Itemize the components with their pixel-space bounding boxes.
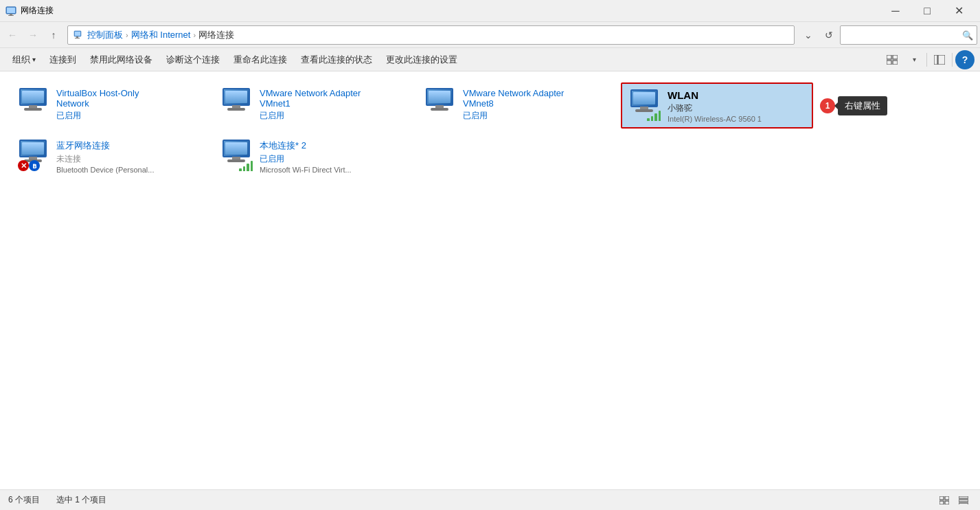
address-bar: ← → ↑ 控制面板 › 网络和 Internet › 网络连接 ⌄ ↺ 🔍 [0,22,980,48]
wlan-icon [628,88,661,121]
bluetooth-status: 未连接 [56,153,198,165]
selected-count: 选中 1 个项目 [56,494,106,506]
svg-rect-3 [8,15,14,16]
local2-adapter: Microsoft Wi-Fi Direct Virt... [260,166,401,174]
svg-rect-18 [959,496,968,498]
toolbar-view-dropdown[interactable]: ▾ [904,50,924,69]
svg-rect-2 [10,14,12,15]
network-item-wlan[interactable]: WLAN 小骆驼 Intel(R) Wireless-AC 9560 1 1 右… [621,82,813,129]
title-bar-icon [5,5,16,16]
organize-dropdown-icon: ▾ [32,56,36,63]
bluetooth-name: 蓝牙网络连接 [56,140,198,152]
title-bar-controls: ─ □ ✕ [880,0,975,22]
network-item-vmnet1[interactable]: VMware Network AdapterVMnet1 已启用 [214,82,407,129]
maximize-button[interactable]: □ [911,0,943,22]
svg-rect-17 [945,501,949,505]
wlan-ssid: 小骆驼 [668,102,806,114]
svg-rect-10 [887,60,891,65]
svg-rect-6 [76,36,78,38]
svg-rect-15 [945,496,949,500]
status-view-grid[interactable] [936,493,953,508]
local2-icon [220,138,253,171]
local2-name: 本地连接* 2 [260,140,401,152]
organize-label: 组织 [12,54,30,66]
dropdown-button[interactable]: ⌄ [799,25,818,45]
toolbar-pane-button[interactable] [930,50,949,69]
search-wrapper: 🔍 [840,25,977,45]
status-label: 查看此连接的状态 [301,54,372,66]
svg-rect-7 [75,38,80,38]
svg-rect-20 [959,503,968,505]
bt-icon: ʙ [29,160,40,171]
toolbar-diagnose-button[interactable]: 诊断这个连接 [159,50,227,69]
vmnet8-icon [423,87,456,120]
minimize-button[interactable]: ─ [880,0,911,22]
vmnet1-status: 已启用 [260,110,401,122]
network-item-virtualbox[interactable]: VirtualBox Host-OnlyNetwork 已启用 [11,82,203,129]
svg-rect-9 [893,55,898,59]
wlan-name: WLAN [668,89,806,101]
toolbar-organize-button[interactable]: 组织 ▾ [5,50,43,69]
toolbar-rename-button[interactable]: 重命名此连接 [227,50,294,69]
breadcrumb-part2[interactable]: 网络和 Internet [131,29,191,41]
breadcrumb-sep1: › [126,31,128,39]
tooltip-arrow [834,102,838,109]
wlan-adapter: Intel(R) Wireless-AC 9560 1 [668,115,806,123]
toolbar-connect-button[interactable]: 连接到 [43,50,83,69]
bluetooth-info: 蓝牙网络连接 未连接 Bluetooth Device (Personal... [56,138,198,174]
window-title: 网络连接 [21,5,880,16]
toolbar-properties-button[interactable]: 更改此连接的设置 [379,50,464,69]
step-badge: 1 [820,98,835,113]
up-button[interactable]: ↑ [44,25,63,45]
svg-rect-16 [939,501,944,505]
search-icon: 🔍 [962,30,973,40]
vmnet8-status: 已启用 [463,110,604,122]
network-item-bluetooth[interactable]: ✕ ʙ 蓝牙网络连接 未连接 Bluetooth Device (Persona… [11,134,203,178]
status-view-list[interactable] [955,493,972,508]
help-button[interactable]: ? [955,50,975,69]
vmnet1-icon [220,87,253,120]
wlan-info: WLAN 小骆驼 Intel(R) Wireless-AC 9560 1 [668,88,806,123]
local2-status: 已启用 [260,153,401,165]
properties-label: 更改此连接的设置 [386,54,457,66]
toolbar-status-button[interactable]: 查看此连接的状态 [294,50,379,69]
virtualbox-icon [16,87,49,120]
toolbar-sep2 [952,53,953,67]
vmnet1-info: VMware Network AdapterVMnet1 已启用 [260,87,401,122]
svg-rect-12 [934,55,937,65]
forward-button[interactable]: → [23,25,43,45]
svg-rect-5 [75,32,80,36]
vmnet1-name: VMware Network AdapterVMnet1 [260,88,401,109]
breadcrumb-sep2: › [193,31,196,39]
annotation-label: 右键属性 [845,100,880,111]
annotation-tooltip: 右键属性 [838,96,887,115]
toolbar-view-button[interactable] [882,50,902,69]
breadcrumb: 控制面板 › 网络和 Internet › 网络连接 [67,25,795,45]
diagnose-label: 诊断这个连接 [166,54,220,66]
disable-label: 禁用此网络设备 [90,54,152,66]
breadcrumb-part1[interactable]: 控制面板 [87,29,123,41]
toolbar-disable-button[interactable]: 禁用此网络设备 [83,50,159,69]
virtualbox-name: VirtualBox Host-OnlyNetwork [56,88,198,109]
bluetooth-icon: ✕ ʙ [16,138,49,171]
toolbar: 组织 ▾ 连接到 禁用此网络设备 诊断这个连接 重命名此连接 查看此连接的状态 … [0,48,980,71]
back-button[interactable]: ← [3,25,22,45]
vmnet8-name: VMware Network AdapterVMnet8 [463,88,604,109]
connect-label: 连接到 [49,54,76,66]
network-item-vmnet8[interactable]: VMware Network AdapterVMnet8 已启用 [418,82,610,129]
close-button[interactable]: ✕ [943,0,975,22]
content-area: VirtualBox Host-OnlyNetwork 已启用 VMware N… [0,71,980,489]
svg-rect-1 [7,8,15,13]
svg-rect-14 [939,496,944,500]
virtualbox-info: VirtualBox Host-OnlyNetwork 已启用 [56,87,198,122]
network-grid: VirtualBox Host-OnlyNetwork 已启用 VMware N… [11,82,969,178]
vmnet8-info: VMware Network AdapterVMnet8 已启用 [463,87,604,122]
refresh-button[interactable]: ↺ [819,25,839,45]
network-item-local2[interactable]: 本地连接* 2 已启用 Microsoft Wi-Fi Direct Virt.… [214,134,407,178]
item-count: 6 个项目 [8,494,40,506]
toolbar-right: ▾ ? [882,50,975,69]
bluetooth-adapter: Bluetooth Device (Personal... [56,166,198,174]
title-bar: 网络连接 ─ □ ✕ [0,0,980,22]
status-bar-right [936,493,972,508]
search-input[interactable] [840,25,977,45]
